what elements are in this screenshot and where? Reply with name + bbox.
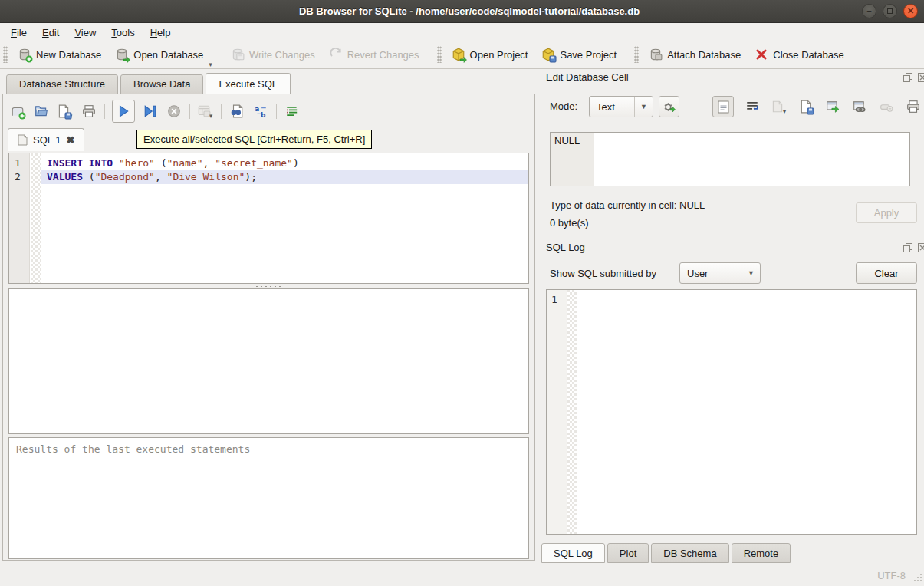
line-number: 2 xyxy=(9,170,30,184)
results-pane[interactable]: Results of the last executed statements xyxy=(8,437,529,559)
menu-view[interactable]: View xyxy=(67,25,104,40)
replace-button[interactable]: ab xyxy=(252,103,269,120)
fold-margin xyxy=(31,153,41,283)
db-browser-window: DB Browser for SQLite - /home/user/code/… xyxy=(0,0,924,586)
save-project-button[interactable]: Save Project xyxy=(534,44,623,65)
new-sql-tab-icon xyxy=(11,104,25,118)
menu-edit[interactable]: Edit xyxy=(35,25,67,40)
word-wrap-icon xyxy=(745,100,759,114)
execute-current-line-button[interactable] xyxy=(142,103,159,120)
toolbar-handle xyxy=(634,46,639,63)
results-placeholder: Results of the last executed statements xyxy=(9,438,528,460)
log-fold-margin xyxy=(567,290,577,534)
open-sql-file-button[interactable] xyxy=(33,103,50,120)
close-panel-icon[interactable] xyxy=(917,72,924,83)
open-external-button[interactable] xyxy=(824,98,841,115)
code-area[interactable]: INSERT INTO "hero" ("name", "secret_name… xyxy=(41,156,528,283)
dock-tab-remote[interactable]: Remote xyxy=(732,543,791,563)
toolbar-handle xyxy=(3,46,8,63)
svg-text:a: a xyxy=(255,105,259,113)
close-database-button[interactable]: Close Database xyxy=(748,44,851,65)
window-title: DB Browser for SQLite - /home/user/code/… xyxy=(0,5,862,17)
window-controls: – ✕ xyxy=(862,4,924,18)
save-results-button: ▾ xyxy=(197,103,214,120)
sql-editor[interactable]: 1 2 INSERT INTO "hero" ("name", "secret_… xyxy=(8,153,529,284)
minimize-icon[interactable]: – xyxy=(862,4,876,18)
dock-tab-plot[interactable]: Plot xyxy=(607,543,649,563)
menu-file[interactable]: File xyxy=(3,25,35,40)
text-document-icon xyxy=(718,100,729,114)
encoding-indicator[interactable]: UTF-8 xyxy=(877,570,906,581)
sql-document-icon xyxy=(18,134,28,146)
export-data-button[interactable] xyxy=(797,98,814,115)
sql-document-tab[interactable]: SQL 1 ✖ xyxy=(8,128,84,151)
sql-toolbar-separator xyxy=(221,104,222,119)
query-output-pane[interactable] xyxy=(8,288,529,434)
new-database-button[interactable]: New Database xyxy=(11,44,108,65)
float-panel-icon[interactable] xyxy=(903,72,913,83)
format-sql-icon xyxy=(285,104,299,118)
save-sql-file-button[interactable]: ▾ xyxy=(57,103,74,120)
resize-grip-icon[interactable] xyxy=(912,572,922,584)
find-button[interactable] xyxy=(229,103,245,120)
printer-icon xyxy=(906,100,920,114)
svg-text:b: b xyxy=(261,111,266,118)
gear-apply-icon xyxy=(663,100,676,114)
menu-tools[interactable]: Tools xyxy=(104,25,142,40)
apply-button: Apply xyxy=(856,202,917,223)
chevron-down-icon: ▼ xyxy=(742,263,760,283)
import-icon xyxy=(771,100,784,114)
tab-browse-data[interactable]: Browse Data xyxy=(120,74,203,94)
sql-log-dock-buttons xyxy=(903,242,924,253)
log-line-number-gutter xyxy=(547,290,567,534)
open-database-label: Open Database xyxy=(133,49,203,61)
edit-cell-dock-buttons xyxy=(903,72,924,83)
tab-execute-sql[interactable]: Execute SQL xyxy=(206,73,291,94)
revert-changes-icon xyxy=(329,48,343,61)
sql-log-area[interactable]: 1 xyxy=(546,289,917,535)
cell-type-info: Type of data currently in cell: NULL xyxy=(550,199,705,211)
execute-sql-button[interactable] xyxy=(112,100,135,123)
export-icon xyxy=(799,100,813,114)
save-project-icon xyxy=(541,48,555,61)
float-panel-icon[interactable] xyxy=(903,242,913,253)
new-sql-tab-button[interactable] xyxy=(9,103,26,120)
write-changes-button: Write Changes xyxy=(224,44,322,65)
attach-database-label: Attach Database xyxy=(667,49,741,61)
import-data-button: ▾ xyxy=(771,98,788,115)
mode-label: Mode: xyxy=(550,100,577,112)
sql-log-title: SQL Log xyxy=(546,242,585,253)
print-cell-button[interactable] xyxy=(905,98,922,115)
word-wrap-button[interactable] xyxy=(744,98,761,115)
write-changes-label: Write Changes xyxy=(249,49,315,61)
dock-tab-sql-log[interactable]: SQL Log xyxy=(541,543,605,563)
log-filter-select[interactable]: User ▼ xyxy=(679,262,761,284)
sql-toolbar-separator xyxy=(276,104,277,119)
open-project-button[interactable]: Open Project xyxy=(445,44,535,65)
open-database-button[interactable]: Open Database xyxy=(108,44,210,65)
printer-icon xyxy=(82,104,96,118)
menu-help[interactable]: Help xyxy=(143,25,179,40)
open-database-dropdown-arrow[interactable]: ▾ xyxy=(209,61,212,68)
print-sql-button[interactable] xyxy=(81,103,97,120)
chevron-down-icon: ▼ xyxy=(634,97,653,117)
open-database-icon xyxy=(115,48,129,61)
maximize-icon[interactable] xyxy=(883,4,897,18)
text-mode-button[interactable] xyxy=(712,96,734,117)
main-toolbar: New Database Open Database ▾ Write Chang… xyxy=(0,41,924,69)
open-sql-file-icon xyxy=(35,104,48,118)
log-filter-label: Show SQL submitted by xyxy=(550,268,656,279)
attach-database-button[interactable]: Attach Database xyxy=(642,44,748,65)
auto-apply-button[interactable] xyxy=(659,96,679,117)
close-panel-icon[interactable] xyxy=(917,242,924,253)
new-database-icon xyxy=(18,48,31,61)
dock-tab-db-schema[interactable]: DB Schema xyxy=(651,543,728,563)
close-icon[interactable]: ✕ xyxy=(903,4,918,18)
cell-mode-select[interactable]: Text ▼ xyxy=(589,96,653,117)
close-sql-tab-icon[interactable]: ✖ xyxy=(66,134,74,146)
clear-log-button[interactable]: Clear xyxy=(856,262,917,284)
copy-link-button[interactable] xyxy=(851,98,868,115)
cell-value-editor[interactable]: NULL xyxy=(550,132,910,186)
format-sql-button[interactable] xyxy=(284,103,301,120)
tab-database-structure[interactable]: Database Structure xyxy=(6,74,118,94)
